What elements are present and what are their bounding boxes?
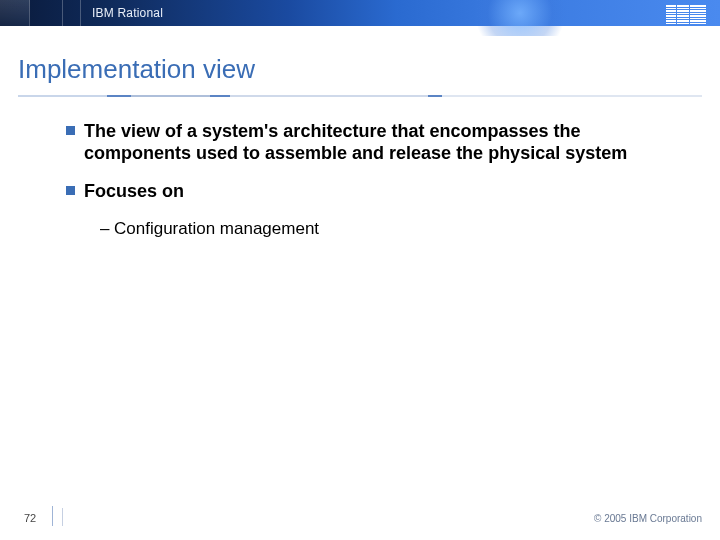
header-bar: IBM Rational <box>0 0 720 26</box>
header-left-accent <box>0 0 30 26</box>
square-bullet-icon <box>66 186 75 195</box>
brand-label: IBM Rational <box>92 6 163 20</box>
title-area: Implementation view <box>0 26 720 103</box>
dash-bullet-icon: – <box>100 219 109 239</box>
ibm-logo-icon <box>666 5 706 24</box>
page-number: 72 <box>24 512 36 524</box>
slide-title: Implementation view <box>18 54 702 85</box>
footer: 72 © 2005 IBM Corporation <box>0 504 720 526</box>
content-area: The view of a system's architecture that… <box>0 103 720 239</box>
bullet-text: Focuses on <box>84 181 184 201</box>
header-divider <box>80 0 81 26</box>
square-bullet-icon <box>66 126 75 135</box>
header-divider <box>62 0 63 26</box>
sub-bullet-text: Configuration management <box>114 219 319 238</box>
footer-divider <box>62 508 63 526</box>
bullet-item: Focuses on <box>66 181 680 203</box>
title-underline <box>18 95 702 97</box>
footer-divider <box>52 506 53 526</box>
bullet-text: The view of a system's architecture that… <box>84 121 627 163</box>
bullet-item: The view of a system's architecture that… <box>66 121 680 165</box>
sub-bullet-item: – Configuration management <box>100 219 680 239</box>
copyright-text: © 2005 IBM Corporation <box>594 513 702 524</box>
